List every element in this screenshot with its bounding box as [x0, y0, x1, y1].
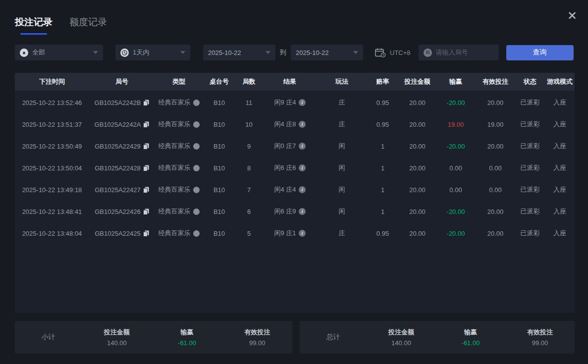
cell-status: 已派彩: [515, 185, 545, 194]
type-info-icon[interactable]: [193, 100, 200, 106]
subtotal-win-loss: 输赢 -61.00: [152, 328, 222, 347]
copy-icon[interactable]: [143, 121, 149, 128]
tab-bar: 投注记录 额度记录: [15, 16, 107, 35]
game-type-select[interactable]: ♠ 全部: [15, 45, 103, 60]
total-valid-bet: 有效投注 99.00: [505, 328, 575, 347]
date-to-value: 2025-10-22: [296, 49, 329, 56]
cell-win-loss: 0.00: [436, 164, 476, 172]
cell-win-loss: -20.00: [436, 230, 476, 237]
date-from-picker[interactable]: 2025-10-22: [203, 45, 275, 60]
result-info-icon[interactable]: i: [299, 186, 306, 193]
result-info-icon[interactable]: i: [299, 121, 306, 128]
filter-bar: ♠ 全部 1天内 2025-10-22 到 2025-10-22 UTC+8 局…: [15, 45, 574, 60]
cell-status: 已派彩: [515, 229, 545, 238]
cell-play: 庄: [317, 229, 367, 238]
chevron-down-icon: [266, 51, 270, 54]
copy-icon[interactable]: [143, 187, 149, 193]
type-info-icon[interactable]: [193, 230, 200, 237]
cell-valid-bet: 0.00: [476, 186, 515, 194]
type-info-icon[interactable]: [193, 208, 200, 215]
cell-bet-time: 2025-10-22 13:48:41: [15, 208, 89, 215]
cell-valid-bet: 20.00: [476, 99, 515, 106]
table-body: 2025-10-22 13:52:46 GB1025A2242B 经典百家乐 B…: [15, 91, 575, 313]
cell-status: 已派彩: [515, 163, 545, 172]
cell-status: 已派彩: [515, 142, 545, 151]
result-info-icon[interactable]: i: [299, 230, 306, 237]
table-row: 2025-10-22 13:48:04 GB1025A22425 经典百家乐 B…: [15, 222, 575, 244]
chevron-down-icon: [93, 51, 98, 54]
cell-result: 闲4 庄8 i: [263, 120, 317, 129]
cell-play: 闲: [317, 142, 367, 151]
subtotal-valid-bet: 有效投注 99.00: [222, 328, 292, 347]
cell-valid-bet: 0.00: [476, 164, 515, 172]
copy-icon[interactable]: [143, 230, 149, 237]
chevron-down-icon: [353, 51, 358, 54]
copy-icon[interactable]: [143, 100, 149, 106]
chevron-down-icon: [180, 51, 185, 54]
clock-icon: [120, 49, 129, 57]
cell-round-id: GB1025A22428: [89, 164, 155, 172]
cell-result: 闲9 庄1 i: [263, 229, 317, 238]
time-range-select[interactable]: 1天内: [115, 45, 190, 60]
cell-round-no: 7: [235, 186, 263, 194]
date-to-picker[interactable]: 2025-10-22: [291, 45, 363, 60]
col-header-round-no: 局数: [235, 77, 263, 86]
type-info-icon[interactable]: [193, 165, 200, 171]
timezone-indicator[interactable]: UTC+8: [375, 48, 411, 57]
tab-bet-records[interactable]: 投注记录: [15, 16, 53, 35]
table-row: 2025-10-22 13:50:04 GB1025A22428 经典百家乐 B…: [15, 157, 575, 179]
result-info-icon[interactable]: i: [299, 164, 306, 171]
type-info-icon[interactable]: [193, 121, 200, 128]
cell-bet-amount: 20.00: [399, 230, 436, 237]
result-info-icon[interactable]: i: [299, 143, 306, 150]
game-type-value: 全部: [32, 48, 45, 57]
cell-odds: 0.95: [367, 121, 399, 128]
cell-round-no: 11: [235, 99, 263, 106]
cell-game-mode: 入座: [545, 229, 575, 238]
cell-status: 已派彩: [515, 98, 545, 107]
round-number-input[interactable]: 局 请输入局号: [419, 45, 499, 60]
cell-round-id: GB1025A2242B: [89, 99, 155, 106]
result-info-icon[interactable]: i: [299, 208, 306, 215]
cell-bet-amount: 20.00: [399, 121, 436, 128]
col-header-valid-bet: 有效投注: [476, 77, 515, 86]
tab-quota-records[interactable]: 额度记录: [69, 16, 107, 35]
col-header-result: 结果: [263, 77, 317, 86]
total-bet-amount: 投注金额 140.00: [367, 328, 436, 347]
total-panel: 总计 投注金额 140.00 输赢 -61.00 有效投注 99.00: [300, 321, 575, 354]
type-info-icon[interactable]: [193, 143, 200, 150]
col-header-status: 状态: [515, 77, 545, 86]
cell-valid-bet: 20.00: [476, 208, 515, 215]
summary-row: 小计 投注金额 140.00 输赢 -61.00 有效投注 99.00 总计 投…: [15, 321, 575, 354]
col-header-bet-amount: 投注金额: [399, 77, 436, 86]
col-header-type: 类型: [155, 77, 203, 86]
timezone-value: UTC+8: [390, 49, 411, 56]
cell-type: 经典百家乐: [155, 98, 203, 107]
spade-icon: ♠: [20, 49, 28, 57]
cell-win-loss: -20.00: [436, 208, 476, 215]
tab-quota-records-label: 额度记录: [69, 16, 107, 29]
copy-icon[interactable]: [143, 165, 149, 171]
cell-bet-amount: 20.00: [399, 208, 436, 215]
subtotal-label: 小计: [15, 333, 82, 342]
cell-round-no: 9: [235, 143, 263, 150]
copy-icon[interactable]: [143, 143, 149, 150]
cell-type: 经典百家乐: [155, 163, 203, 172]
cell-play: 闲: [317, 207, 367, 216]
cell-bet-time: 2025-10-22 13:52:46: [15, 99, 89, 106]
cell-round-no: 6: [235, 208, 263, 215]
cell-round-no: 5: [235, 230, 263, 237]
col-header-play: 玩法: [317, 77, 367, 86]
col-header-game-mode: 游戏模式: [545, 77, 575, 86]
copy-icon[interactable]: [143, 208, 149, 215]
cell-odds: 0.95: [367, 230, 399, 237]
cell-game-mode: 入座: [545, 142, 575, 151]
round-input-placeholder: 请输入局号: [436, 48, 468, 57]
table-header-row: 下注时间 局号 类型 桌台号 局数 结果 玩法 赔率 投注金额 输赢 有效投注 …: [15, 73, 575, 91]
close-icon[interactable]: ✕: [564, 8, 580, 24]
cell-bet-time: 2025-10-22 13:50:49: [15, 143, 89, 150]
type-info-icon[interactable]: [193, 187, 200, 193]
result-info-icon[interactable]: i: [299, 99, 306, 106]
cell-valid-bet: 20.00: [476, 143, 515, 150]
query-button[interactable]: 查询: [506, 45, 574, 60]
